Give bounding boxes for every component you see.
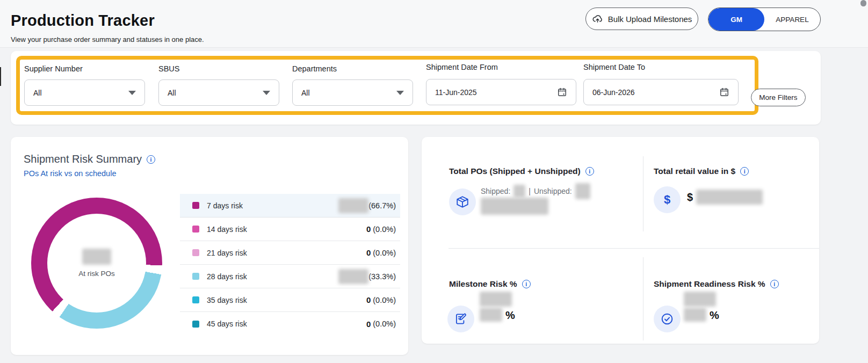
separator: |	[529, 187, 531, 195]
kpi-divider	[643, 156, 643, 231]
info-icon[interactable]	[585, 167, 594, 176]
legend-label: 21 days risk	[207, 249, 366, 257]
percent-suffix: %	[505, 309, 515, 322]
legend-percent: (33.3%)	[368, 272, 396, 281]
donut-center-label: At risk POs	[78, 270, 115, 278]
legend-percent: (0.0%)	[373, 225, 396, 234]
retail-value-row: $	[687, 190, 763, 205]
shipment-risk-summary-subtitle: POs At risk vs on schedule	[24, 169, 116, 178]
legend-value-redacted	[338, 198, 368, 213]
shipment-date-to-input[interactable]: 06-Jun-2026	[583, 79, 739, 105]
calendar-icon[interactable]	[557, 87, 567, 97]
note-edit-icon	[454, 312, 468, 326]
risk-legend: 7 days risk (66.7%) 14 days risk 0 (0.0%…	[180, 194, 400, 336]
unshipped-value-redacted	[575, 183, 590, 199]
milestone-risk-percent-redacted	[480, 308, 502, 322]
legend-percent: (0.0%)	[373, 296, 396, 304]
toggle-option-apparel[interactable]: APPAREL	[764, 8, 820, 31]
shipment-readiness-value-redacted	[684, 292, 716, 307]
legend-row[interactable]: 14 days risk 0 (0.0%)	[180, 217, 400, 241]
milestone-risk-value-redacted	[480, 292, 512, 307]
bulk-upload-milestones-button[interactable]: Bulk Upload Milestones	[585, 8, 698, 30]
shipment-risk-summary-title-text: Shipment Risk Summary	[24, 153, 142, 165]
info-icon[interactable]	[770, 280, 779, 288]
legend-percent: (66.7%)	[368, 201, 396, 210]
sbus-dropdown[interactable]: All	[158, 79, 279, 106]
legend-row[interactable]: 45 days risk 0 (0.0%)	[180, 312, 400, 336]
total-retail-value-title-text: Total retail value in $	[654, 166, 735, 176]
chevron-down-icon	[128, 91, 136, 95]
percent-suffix: %	[710, 309, 719, 322]
kpi-summary-card: Total POs (Shipped + Unshipped) Shipped:…	[422, 137, 819, 344]
bulk-upload-label: Bulk Upload Milestones	[608, 14, 692, 24]
departments-dropdown[interactable]: All	[292, 79, 413, 106]
milestone-risk-percent-row: %	[480, 308, 515, 322]
supplier-number-dropdown[interactable]: All	[24, 79, 145, 106]
legend-value: 0	[366, 224, 371, 234]
shipped-unshipped-row: Shipped: | Unshipped:	[481, 183, 590, 199]
shipment-readiness-percent-row: %	[684, 308, 719, 322]
total-pos-title: Total POs (Shipped + Unshipped)	[449, 166, 594, 176]
division-toggle: GM APPAREL	[708, 8, 821, 31]
legend-value: 0	[366, 295, 371, 304]
toggle-option-gm[interactable]: GM	[708, 8, 764, 31]
legend-label: 35 days risk	[207, 296, 366, 304]
check-circle-icon	[660, 312, 674, 326]
legend-value: 0	[366, 248, 371, 257]
filter-bar: Supplier Number All SBUS All Departments…	[11, 51, 821, 125]
unshipped-label: Unshipped:	[534, 187, 572, 195]
kpi-divider	[449, 248, 819, 249]
calendar-icon[interactable]	[719, 87, 729, 97]
donut-center: At risk POs	[31, 198, 162, 329]
supplier-number-value: All	[33, 89, 128, 97]
legend-swatch	[192, 296, 199, 303]
sbus-label: SBUS	[158, 64, 180, 73]
risk-donut-chart[interactable]: At risk POs	[31, 198, 162, 329]
note-edit-icon-circle	[447, 306, 474, 332]
screen-edge-artifact	[0, 67, 1, 86]
scrollbar-thumb[interactable]	[860, 0, 866, 6]
shipment-date-to-label: Shipment Date To	[583, 63, 645, 71]
retail-value-redacted	[696, 190, 763, 205]
legend-value-redacted	[338, 269, 368, 284]
cloud-upload-icon	[592, 13, 603, 25]
shipment-date-to-value: 06-Jun-2026	[592, 88, 719, 97]
legend-row[interactable]: 7 days risk (66.7%)	[180, 194, 400, 217]
chevron-down-icon	[396, 91, 404, 95]
legend-row[interactable]: 35 days risk 0 (0.0%)	[180, 288, 400, 312]
shipment-readiness-risk-title-text: Shipment Readiness Risk %	[654, 279, 765, 289]
legend-swatch	[192, 202, 199, 209]
legend-row[interactable]: 21 days risk 0 (0.0%)	[180, 241, 400, 265]
at-risk-pos-value-redacted	[82, 249, 111, 265]
shipped-value-redacted	[513, 185, 525, 198]
info-icon[interactable]	[147, 155, 155, 164]
dollar-icon	[664, 193, 670, 207]
supplier-number-label: Supplier Number	[24, 64, 83, 73]
departments-value: All	[301, 89, 396, 97]
info-icon[interactable]	[740, 167, 749, 176]
shipment-date-from-value: 11-Jun-2025	[435, 88, 557, 97]
more-filters-button[interactable]: More Filters	[751, 89, 806, 106]
shipment-readiness-percent-redacted	[684, 308, 706, 322]
page-title: Production Tracker	[11, 12, 155, 30]
shipment-risk-summary-title: Shipment Risk Summary	[24, 153, 155, 165]
dollar-icon-circle	[654, 186, 681, 213]
legend-percent: (0.0%)	[373, 320, 396, 328]
legend-swatch	[192, 321, 199, 328]
total-pos-value-redacted	[481, 198, 548, 215]
page-subtitle: View your purchase order summary and sta…	[11, 35, 204, 43]
shipment-date-from-input[interactable]: 11-Jun-2025	[426, 79, 576, 105]
legend-label: 28 days risk	[207, 272, 338, 281]
production-tracker-page: Production Tracker View your purchase or…	[0, 0, 868, 363]
chevron-down-icon	[263, 91, 270, 95]
package-icon-circle	[449, 188, 476, 215]
legend-value: 0	[366, 320, 371, 329]
shipment-readiness-risk-title: Shipment Readiness Risk %	[654, 279, 779, 289]
info-icon[interactable]	[522, 280, 531, 288]
legend-row[interactable]: 28 days risk (33.3%)	[180, 265, 400, 288]
sbus-value: All	[168, 89, 263, 97]
legend-swatch	[192, 249, 199, 256]
milestone-risk-title: Milestone Risk %	[449, 279, 531, 289]
kpi-divider	[643, 257, 643, 340]
page-header: Production Tracker View your purchase or…	[0, 0, 868, 48]
